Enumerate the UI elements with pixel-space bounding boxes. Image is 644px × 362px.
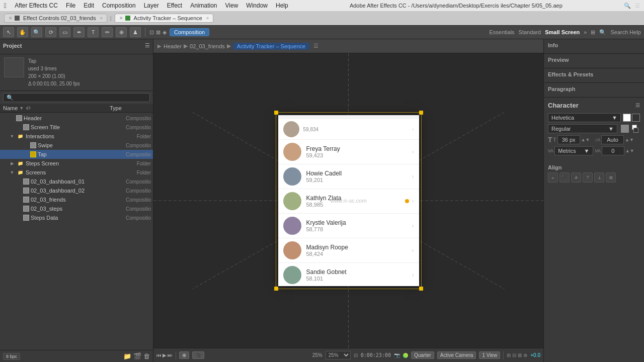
hand-tool[interactable]: ✋ (17, 27, 28, 37)
swap-colors[interactable] (632, 125, 640, 133)
character-title: Character ☰ (548, 102, 640, 109)
paragraph-title: Paragraph (548, 86, 640, 92)
tree-item-dash02[interactable]: 02_03_dashboard_02 Compositio (0, 186, 153, 195)
font-style-dropdown[interactable]: Regular ▼ (548, 124, 617, 133)
tree-item-swipe[interactable]: Swipe Compositio (0, 141, 153, 150)
project-search-input[interactable] (3, 93, 150, 102)
align-right-btn[interactable]: ⫡ (571, 172, 581, 183)
menu-window[interactable]: Window (246, 2, 268, 9)
search-icon[interactable]: 🔍 (624, 3, 631, 9)
name-col-header[interactable]: Name ▼ 🏷 (3, 105, 110, 111)
friends-type: Compositio (126, 197, 151, 203)
search-help-icon[interactable]: 🔍 (599, 29, 606, 36)
menu-effect[interactable]: Effect (167, 2, 182, 9)
menu-aftereffects[interactable]: After Effects CC (15, 2, 58, 9)
select-tool[interactable]: ↖ (3, 27, 14, 37)
project-thumbnail (4, 57, 24, 77)
font-family-dropdown[interactable]: Helvetica ▼ (548, 113, 621, 122)
render-icon[interactable]: ⊠ (518, 352, 522, 358)
camera-icon: 📷 (394, 352, 400, 358)
align-left-btn[interactable]: ⫠ (548, 172, 558, 183)
snapping-button[interactable]: Composition (170, 28, 209, 36)
zoom-to-fit[interactable]: ⊞ (591, 29, 595, 36)
menu-file[interactable]: File (66, 2, 75, 9)
font-color-white[interactable] (623, 114, 631, 122)
menu-extra-icon[interactable]: ☰ (635, 3, 640, 9)
camera-btn[interactable]: 🎥 (192, 351, 204, 359)
workspace-essentials[interactable]: Essentials (489, 29, 514, 35)
type-col-header[interactable]: Type (110, 105, 150, 111)
align-middle-btn[interactable]: ⊥ (594, 172, 604, 183)
workspace-more[interactable]: » (584, 29, 587, 35)
play-pause-btn[interactable]: ▶ (163, 352, 167, 358)
timeline-marker-btn[interactable]: ⊕ (179, 351, 189, 359)
tree-item-steps-data[interactable]: Steps Data Compositio (0, 213, 153, 222)
delete-btn[interactable]: 🗑 (143, 352, 150, 360)
tree-item-tap[interactable]: Tap Compositio (0, 150, 153, 159)
tree-item-steps[interactable]: 02_03_steps Compositio (0, 204, 153, 213)
menu-animation[interactable]: Animation (190, 2, 217, 9)
comp-nav-header[interactable]: Header (164, 43, 182, 49)
bpc-button[interactable]: 8 bpc (3, 353, 20, 360)
tree-item-screens[interactable]: 📁 Screens Folder (0, 168, 153, 177)
workspace-small-screen[interactable]: Small Screen (545, 29, 580, 35)
metrics-input[interactable]: 0 (602, 146, 624, 155)
line-height-arrows[interactable]: ▲▼ (625, 137, 634, 142)
align-top-btn[interactable]: ⊤ (583, 172, 593, 183)
tree-item-screen-title[interactable]: Screen Title Compositio (0, 123, 153, 132)
stamp-tool[interactable]: ⊕ (116, 27, 127, 37)
menu-view[interactable]: View (225, 2, 238, 9)
tree-item-dash01[interactable]: 02_03_dashboard_01 Compositio (0, 177, 153, 186)
tab-effect-controls[interactable]: ✕ Effect Controls 02_03_friends » (4, 14, 107, 23)
tree-item-header[interactable]: Header Compositio (0, 114, 153, 123)
menu-layer[interactable]: Layer (144, 2, 159, 9)
new-folder-btn[interactable]: 📁 (123, 352, 131, 360)
puppet-tool[interactable]: ♟ (130, 27, 141, 37)
text-tool[interactable]: T (88, 27, 99, 37)
composition-viewer[interactable]: 59,834 › Freya Terray 59,423 › Ho (153, 53, 543, 348)
comp-nav-sequence[interactable]: Activity Tracker – Sequence (233, 43, 309, 50)
menu-help[interactable]: Help (276, 2, 288, 9)
comp-nav-back[interactable]: ▶ (157, 43, 162, 49)
tree-item-interactions[interactable]: 📁 Interactions Folder (0, 132, 153, 141)
reset-icon[interactable]: ⊕ (523, 352, 527, 358)
metrics-arrows[interactable]: ▲▼ (625, 148, 634, 153)
active-camera-btn[interactable]: Active Camera (437, 351, 476, 359)
pen-tool[interactable]: ✒ (73, 27, 85, 37)
frame-prev-btn[interactable]: ⏮ (156, 352, 162, 358)
line-height-input[interactable]: Auto (601, 135, 624, 144)
view-count-btn[interactable]: 1 View (479, 351, 500, 359)
menu-composition[interactable]: Composition (102, 2, 136, 9)
quality-btn[interactable]: Quarter (411, 351, 434, 359)
zoom-select[interactable]: 25%50%100% (326, 351, 351, 359)
screens-expand[interactable] (9, 169, 15, 175)
interactions-expand[interactable] (9, 133, 15, 139)
font-color-dark[interactable] (632, 114, 640, 122)
comp-nav-friends[interactable]: 02_03_friends (190, 43, 225, 49)
screen-title-label: Screen Title (31, 124, 124, 130)
align-bottom-btn[interactable]: ⊟ (606, 172, 616, 183)
char-menu-icon[interactable]: ☰ (635, 103, 640, 108)
apple-icon[interactable]:  (4, 2, 7, 10)
tree-item-steps-screen[interactable]: 📁 Steps Screen Folder (0, 159, 153, 168)
font-size-arrows[interactable]: ▲▼ (581, 137, 590, 142)
tracking-dropdown[interactable]: Metrics ▼ (554, 146, 593, 155)
grid-icon[interactable]: ⊞ (507, 352, 511, 358)
workspace-standard[interactable]: Standard (519, 29, 541, 35)
handle-tl (274, 111, 278, 115)
zoom-tool[interactable]: 🔍 (31, 27, 42, 37)
project-menu-icon[interactable]: ☰ (145, 42, 150, 49)
font-size-input[interactable]: 36 px (557, 135, 580, 144)
camera-rotate-tool[interactable]: ⟳ (45, 27, 56, 37)
color-picker-icon[interactable] (621, 125, 629, 133)
steps-screen-expand[interactable] (9, 160, 15, 166)
menu-edit[interactable]: Edit (84, 2, 94, 9)
frame-next-btn[interactable]: ⏭ (168, 352, 173, 358)
tab-composition[interactable]: ✕ Activity Tracker – Sequence » (115, 14, 213, 23)
new-comp-btn[interactable]: 🎬 (133, 352, 141, 360)
brush-tool[interactable]: ✏ (102, 27, 113, 37)
transparency-icon[interactable]: ⊟ (512, 352, 516, 358)
align-center-btn[interactable]: ⬛ (559, 172, 570, 183)
tree-item-friends[interactable]: 02_03_friends Compositio (0, 195, 153, 204)
rectangle-tool[interactable]: ▭ (59, 27, 70, 37)
